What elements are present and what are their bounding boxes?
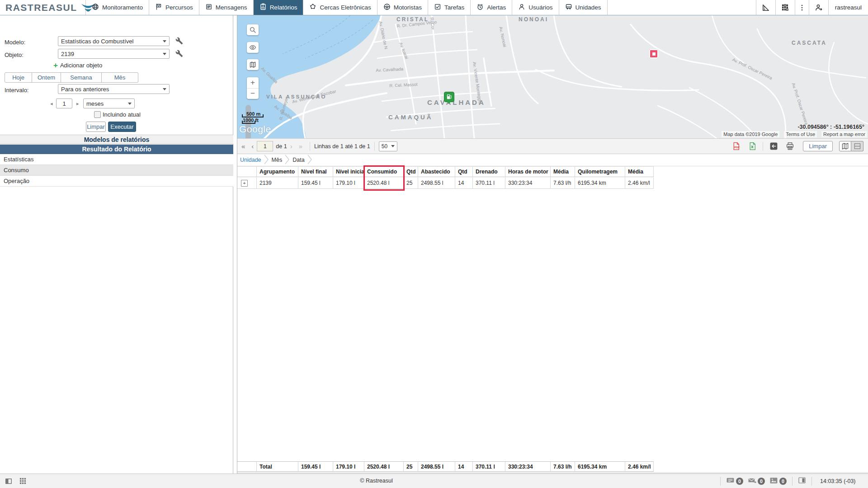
export-file-icon[interactable] <box>767 141 780 152</box>
column-header-nivel-inicial[interactable]: Nível inicial <box>333 167 364 177</box>
report-result-item-consumo[interactable]: Consumo <box>0 165 233 176</box>
increment-arrow[interactable]: ▸ <box>76 101 79 107</box>
result-section-header[interactable]: Resultado do Relatório <box>0 145 233 154</box>
top-navbar: RASTREASUL MonitoramentoPercursosMensage… <box>0 0 868 15</box>
report-error-link[interactable]: Report a map error <box>821 131 867 137</box>
nav-item-percursos[interactable]: Percursos <box>149 0 199 15</box>
expander-plus-icon[interactable]: + <box>241 180 248 187</box>
nav-item-mensagens[interactable]: Mensagens <box>199 0 254 15</box>
nav-item-motoristas[interactable]: Motoristas <box>377 0 428 15</box>
zoom-in-button[interactable]: + <box>247 77 259 89</box>
prev-page-button[interactable]: ‹ <box>248 142 257 150</box>
kebab-menu-icon[interactable] <box>795 0 809 15</box>
column-header-abastecido[interactable]: Abastecido <box>418 167 455 177</box>
modelo-settings-wrench-icon[interactable] <box>175 37 183 47</box>
rows-info-label: Linhas de 1 até 1 de 1 <box>314 143 370 150</box>
last-page-button[interactable]: » <box>296 142 306 150</box>
column-header-consumido[interactable]: Consumido <box>364 167 404 177</box>
nav-item-cercas-eletronicas[interactable]: Cercas Eletrônicas <box>303 0 377 15</box>
breadcrumb-item-mes[interactable]: Mês <box>272 157 283 163</box>
decrement-arrow[interactable]: ◂ <box>50 101 53 107</box>
pdf-export-icon[interactable]: PDF <box>729 141 743 152</box>
period-button-mes[interactable]: Mês <box>102 72 138 83</box>
chat-icon-group[interactable]: 0 <box>726 476 743 486</box>
include-current-checkbox[interactable] <box>94 111 101 118</box>
next-page-button[interactable]: › <box>287 142 296 150</box>
nav-item-label: Unidades <box>576 4 601 11</box>
map-canvas[interactable]: CRISTALNONOAICASCATAVILA ASSUNÇÃOCAVALHA… <box>237 15 868 138</box>
nav-item-alertas[interactable]: Alertas <box>471 0 512 15</box>
total-cell: 179.10 l <box>333 462 364 471</box>
intervalo-select[interactable]: Para os anteriores <box>58 84 170 94</box>
column-header-qtd[interactable]: Qtd <box>455 167 473 177</box>
page-size-select[interactable]: 50 <box>379 141 397 151</box>
print-icon[interactable] <box>783 141 797 152</box>
models-section-header[interactable]: Modelos de relatórios <box>0 135 233 144</box>
total-cell: 2520.48 l <box>364 462 404 471</box>
alarm-clock-icon <box>476 3 484 12</box>
breadcrumb-chevron-icon <box>264 155 269 166</box>
caret-down-icon <box>163 53 166 55</box>
fuel-station-marker[interactable] <box>444 92 454 102</box>
column-header-horas-de-motor[interactable]: Horas de motor <box>505 167 551 177</box>
unit-marker[interactable] <box>649 49 658 58</box>
username[interactable]: rastreasul <box>828 0 868 15</box>
modelo-select[interactable]: Estatísticas do Combustível <box>58 36 170 46</box>
period-button-ontem[interactable]: Ontem <box>32 72 61 83</box>
breadcrumb-item-data[interactable]: Data <box>292 157 304 163</box>
report-result-item-estatisticas[interactable]: Estatísticas <box>0 154 233 165</box>
map-search-button[interactable] <box>247 24 259 35</box>
apps-grid-icon[interactable] <box>775 0 795 15</box>
interval-unit-select[interactable]: meses <box>83 99 135 108</box>
layout-toggle-icon[interactable] <box>798 476 806 486</box>
terms-link[interactable]: Terms of Use <box>784 131 817 137</box>
include-current-label: Incluindo atual <box>103 111 141 118</box>
nav-item-usuarios[interactable]: Usuários <box>512 0 559 15</box>
column-header-qtd[interactable]: Qtd <box>404 167 418 177</box>
grid-dots-icon[interactable] <box>19 477 27 486</box>
logout-user-icon[interactable] <box>809 0 828 15</box>
period-button-semana[interactable]: Semana <box>61 72 102 83</box>
column-header-agrupamento[interactable]: Agrupamento <box>257 167 298 177</box>
clear-button[interactable]: Limpar <box>86 122 106 132</box>
column-header-drenado[interactable]: Drenado <box>473 167 505 177</box>
image-icon-group[interactable]: 0 <box>769 476 787 486</box>
badge-count: 0 <box>758 478 765 485</box>
first-page-button[interactable]: « <box>238 142 248 150</box>
mail-icon-group[interactable]: 0 <box>748 476 765 486</box>
column-header-media[interactable]: Média <box>625 167 654 177</box>
map-view-icon[interactable] <box>839 141 851 151</box>
zoom-out-button[interactable]: − <box>247 89 259 99</box>
measure-icon[interactable] <box>756 0 775 15</box>
nav-item-tarefas[interactable]: Tarefas <box>428 0 471 15</box>
total-cell: 14 <box>455 462 473 471</box>
interval-count-input[interactable] <box>56 99 72 108</box>
report-result-item-operacao[interactable]: Operação <box>0 176 233 187</box>
map-layers-button[interactable] <box>247 59 259 70</box>
add-object-button[interactable]: + Adicionar objeto <box>53 62 102 69</box>
objeto-settings-wrench-icon[interactable] <box>175 50 183 59</box>
table-cell: 2520.48 l <box>364 178 404 188</box>
execute-button[interactable]: Executar <box>108 122 136 132</box>
split-view-icon[interactable] <box>851 141 863 151</box>
panel-toggle-icon[interactable] <box>5 477 13 487</box>
column-header-expander <box>237 167 257 177</box>
period-button-hoje[interactable]: Hoje <box>5 72 32 83</box>
nav-item-unidades[interactable]: Unidades <box>559 0 608 15</box>
column-header-quilometragem[interactable]: Quilometragem <box>575 167 625 177</box>
map-area-label: CASCATA <box>792 40 827 46</box>
excel-export-icon[interactable] <box>745 141 759 152</box>
breadcrumb-chevron-icon <box>285 155 290 166</box>
map-area-label: CAMAQUÃ <box>388 114 433 121</box>
column-header-nivel-final[interactable]: Nível final <box>298 167 333 177</box>
grid-clear-button[interactable]: Limpar <box>803 141 833 151</box>
google-logo[interactable]: Google <box>239 124 271 135</box>
column-header-media[interactable]: Média <box>551 167 575 177</box>
report-chart-icon <box>259 3 267 12</box>
breadcrumb-item-unidade[interactable]: Unidade <box>240 157 261 163</box>
page-number-input[interactable] <box>257 141 273 151</box>
nav-item-relatorios[interactable]: Relatórios <box>254 0 304 15</box>
objeto-select[interactable]: 2139 <box>58 49 170 59</box>
nav-item-monitoramento[interactable]: Monitoramento <box>86 0 149 15</box>
map-visibility-button[interactable] <box>247 42 259 53</box>
